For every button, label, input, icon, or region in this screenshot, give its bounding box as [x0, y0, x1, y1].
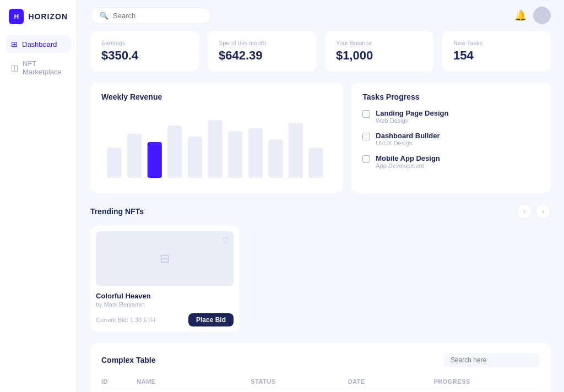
sidebar-item-nft[interactable]: ◫ NFT Marketplace	[6, 55, 71, 80]
col-progress: PROGRESS	[433, 375, 540, 389]
nft-name-1: Colorful Heaven	[96, 292, 234, 300]
table-header-row: Complex Table	[101, 353, 540, 367]
stat-new-tasks: New Tasks 154	[442, 31, 551, 72]
task-sub-2: UI/UX Design	[376, 140, 440, 146]
nft-bid-label-1: Current Bid: 1.30 ETH	[96, 317, 155, 323]
nft-icon: ◫	[11, 63, 18, 72]
search-box[interactable]: 🔍	[90, 8, 212, 24]
svg-rect-7	[248, 128, 263, 178]
place-bid-button[interactable]: Place Bid	[188, 313, 234, 326]
table-search-box[interactable]	[444, 353, 540, 367]
svg-rect-1	[127, 134, 142, 178]
task-sub-3: App Development	[376, 162, 440, 169]
task-checkbox-3[interactable]	[362, 155, 370, 163]
logo-icon: H	[9, 9, 24, 24]
nft-placeholder-icon: ⊟	[160, 252, 170, 266]
stat-spend: Spend this month $642.39	[208, 31, 316, 72]
avatar[interactable]	[533, 7, 551, 24]
trending-section: Trending NFTs ‹ › ⊟ ♡ Colorful Heaven by…	[90, 204, 551, 332]
stat-earnings-label: Earnings	[101, 40, 188, 46]
svg-rect-8	[268, 139, 283, 178]
revenue-chart	[101, 109, 332, 181]
stat-tasks-value: 154	[453, 48, 540, 63]
search-input[interactable]	[113, 12, 202, 20]
task-name-3: Mobile App Design	[376, 154, 440, 162]
task-name-1: Landing Page Design	[376, 109, 448, 117]
middle-row: Weekly Revenue Tasks Progress	[90, 83, 551, 193]
sidebar-item-dashboard[interactable]: ⊞ Dashboard	[6, 35, 71, 53]
search-icon: 🔍	[100, 12, 109, 20]
revenue-title: Weekly Revenue	[101, 92, 332, 101]
svg-rect-6	[228, 131, 242, 178]
table-search-input[interactable]	[451, 356, 533, 364]
trending-title: Trending NFTs	[90, 207, 144, 216]
svg-rect-5	[208, 120, 222, 178]
cell-status: Approved	[251, 389, 348, 393]
nft-by-1: by Mark Renjamin	[96, 301, 234, 308]
svg-rect-2	[148, 142, 162, 178]
col-id: ID	[101, 375, 137, 389]
stat-earnings: Earnings $350.4	[90, 31, 199, 72]
stat-earnings-value: $350.4	[101, 48, 188, 63]
table-title: Complex Table	[101, 356, 156, 364]
dashboard-icon: ⊞	[11, 40, 18, 48]
stat-spend-label: Spend this month	[219, 40, 305, 46]
cell-date: 18 Apr 2024	[348, 389, 434, 393]
table-row: #001 Horizon UI PRO Approved 18 Apr 2024	[101, 389, 540, 393]
stat-balance-value: $1,000	[336, 48, 422, 63]
nft-image-1: ⊟ ♡	[96, 231, 234, 286]
task-checkbox-2[interactable]	[362, 133, 370, 140]
cell-name: Horizon UI PRO	[137, 389, 251, 393]
stats-row: Earnings $350.4 Spend this month $642.39…	[90, 31, 551, 72]
cell-progress	[433, 389, 540, 393]
svg-rect-9	[289, 123, 303, 178]
nav-arrows: ‹ ›	[517, 204, 551, 219]
sidebar-item-label-nft: NFT Marketplace	[23, 59, 66, 76]
nft-heart-icon[interactable]: ♡	[222, 236, 229, 246]
logo-text: HORIZON	[28, 12, 68, 21]
stat-tasks-label: New Tasks	[453, 40, 540, 46]
complex-table: ID NAME STATUS DATE PROGRESS #001 Horizo…	[101, 375, 540, 392]
complex-table-section: Complex Table ID NAME STATUS DATE PROGRE…	[90, 343, 551, 392]
task-item-1: Landing Page Design Web Design	[362, 109, 540, 124]
header-right: 🔔	[514, 7, 551, 24]
svg-rect-0	[107, 148, 121, 178]
task-item-2: Dashboard Builder UI/UX Design	[362, 132, 540, 146]
next-arrow[interactable]: ›	[535, 204, 551, 219]
nft-footer-1: Current Bid: 1.30 ETH Place Bid	[96, 313, 234, 326]
cell-id: #001	[101, 389, 137, 393]
task-item-3: Mobile App Design App Development	[362, 154, 540, 169]
sidebar: H HORIZON ⊞ Dashboard ◫ NFT Marketplace	[0, 0, 77, 392]
svg-rect-10	[308, 148, 323, 178]
nft-card-1: ⊟ ♡ Colorful Heaven by Mark Renjamin Cur…	[90, 226, 239, 332]
stat-spend-value: $642.39	[219, 48, 305, 63]
col-date: DATE	[348, 375, 434, 389]
page-content: Earnings $350.4 Spend this month $642.39…	[77, 31, 564, 392]
stat-balance-label: Your Balance	[336, 40, 422, 46]
tasks-title: Tasks Progress	[362, 92, 540, 101]
col-status: STATUS	[251, 375, 348, 389]
tasks-card: Tasks Progress Landing Page Design Web D…	[351, 83, 551, 193]
sidebar-item-label-dashboard: Dashboard	[22, 40, 57, 48]
header: 🔍 🔔	[77, 0, 564, 31]
main-content: 🔍 🔔 Earnings $350.4 Spend this month $64…	[77, 0, 564, 392]
task-checkbox-1[interactable]	[362, 110, 370, 118]
svg-rect-4	[188, 137, 202, 178]
sidebar-nav: ⊞ Dashboard ◫ NFT Marketplace	[0, 35, 77, 80]
task-name-2: Dashboard Builder	[376, 132, 440, 140]
notification-icon[interactable]: 🔔	[514, 9, 527, 21]
stat-balance: Your Balance $1,000	[325, 31, 433, 72]
revenue-card: Weekly Revenue	[90, 83, 343, 193]
svg-rect-3	[167, 126, 182, 178]
col-name: NAME	[137, 375, 251, 389]
logo: H HORIZON	[0, 9, 77, 35]
task-sub-1: Web Design	[376, 117, 448, 124]
trending-header: Trending NFTs ‹ ›	[90, 204, 551, 219]
prev-arrow[interactable]: ‹	[517, 204, 532, 219]
